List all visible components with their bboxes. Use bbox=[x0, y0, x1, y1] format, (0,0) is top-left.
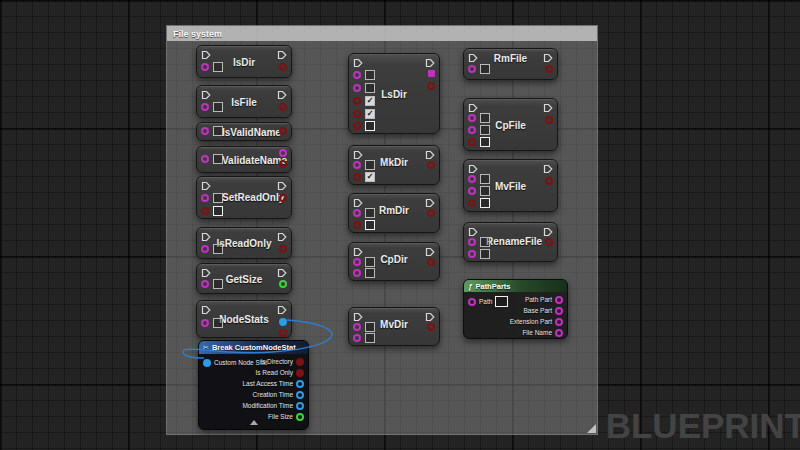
node-setreadonly[interactable]: SetReadOnly bbox=[196, 176, 292, 219]
red-pin-icon[interactable] bbox=[545, 238, 553, 246]
pink-pin-icon[interactable] bbox=[468, 238, 476, 246]
blue-pin-icon[interactable] bbox=[296, 402, 304, 410]
exec-pin-icon[interactable] bbox=[543, 53, 553, 63]
exec-pin-icon[interactable] bbox=[201, 50, 211, 60]
exec-pin-icon[interactable] bbox=[543, 164, 553, 174]
red-pin-icon[interactable] bbox=[279, 127, 287, 135]
node-isreadonly[interactable]: IsReadOnly bbox=[196, 227, 292, 259]
exec-pin-icon[interactable] bbox=[277, 268, 287, 278]
exec-pin-icon[interactable] bbox=[277, 181, 287, 191]
blueprint-canvas[interactable]: File system IsDirIsFileIsValidNameValida… bbox=[0, 0, 800, 450]
pink-pin-icon[interactable] bbox=[555, 329, 563, 337]
node-isfile[interactable]: IsFile bbox=[196, 85, 292, 118]
pin-default-checkbox[interactable] bbox=[213, 62, 223, 72]
pink-pin-icon[interactable] bbox=[353, 209, 361, 217]
pin-default-checkbox[interactable] bbox=[480, 198, 490, 208]
exec-pin-icon[interactable] bbox=[353, 58, 363, 68]
exec-pin-icon[interactable] bbox=[543, 103, 553, 113]
exec-pin-icon[interactable] bbox=[277, 50, 287, 60]
red-pin-icon[interactable] bbox=[545, 177, 553, 185]
red-pin-icon[interactable] bbox=[279, 103, 287, 111]
pin-default-checkbox[interactable] bbox=[480, 249, 490, 259]
pin-default-checkbox[interactable] bbox=[365, 83, 375, 93]
node-nodestats[interactable]: NodeStats bbox=[196, 300, 292, 338]
red-pin-icon[interactable] bbox=[468, 138, 476, 146]
exec-pin-icon[interactable] bbox=[425, 198, 435, 208]
pink-pin-icon[interactable] bbox=[201, 194, 209, 202]
node-break-customnodestat[interactable]: ✂Break CustomNodeStatCustom Node StatIs … bbox=[198, 340, 309, 430]
blue-pin-icon[interactable] bbox=[296, 391, 304, 399]
exec-pin-icon[interactable] bbox=[468, 103, 478, 113]
blue-pin-icon[interactable] bbox=[279, 318, 287, 326]
exec-pin-icon[interactable] bbox=[201, 232, 211, 242]
exec-pin-icon[interactable] bbox=[468, 227, 478, 237]
red-pin-icon[interactable] bbox=[279, 329, 287, 337]
pin-default-checkbox[interactable] bbox=[365, 322, 375, 332]
blue-pin-icon[interactable] bbox=[203, 359, 211, 367]
pin-default-checkbox[interactable] bbox=[213, 279, 223, 289]
pin-default-checkbox[interactable] bbox=[213, 206, 223, 216]
node-lsdir[interactable]: LsDir✓✓ bbox=[348, 53, 440, 134]
exec-pin-icon[interactable] bbox=[353, 150, 363, 160]
pin-default-checkbox[interactable] bbox=[365, 220, 375, 230]
pin-default-checkbox[interactable] bbox=[480, 237, 490, 247]
comment-resize-handle[interactable] bbox=[587, 424, 596, 433]
red-pin-icon[interactable] bbox=[353, 110, 361, 118]
red-pin-icon[interactable] bbox=[279, 194, 287, 202]
red-pin-icon[interactable] bbox=[545, 65, 553, 73]
node-cpfile[interactable]: CpFile bbox=[463, 98, 558, 151]
exec-pin-icon[interactable] bbox=[201, 90, 211, 100]
pinksq-pin-icon[interactable] bbox=[428, 70, 435, 77]
red-pin-icon[interactable] bbox=[353, 97, 361, 105]
blue-pin-icon[interactable] bbox=[296, 380, 304, 388]
pin-default-checkbox[interactable] bbox=[365, 70, 375, 80]
exec-pin-icon[interactable] bbox=[277, 90, 287, 100]
red-pin-icon[interactable] bbox=[201, 207, 209, 215]
node-header[interactable]: ✂Break CustomNodeStat bbox=[199, 341, 308, 354]
node-header[interactable]: ƒPathParts bbox=[464, 280, 567, 292]
pink-pin-icon[interactable] bbox=[468, 187, 476, 195]
pink-pin-icon[interactable] bbox=[353, 258, 361, 266]
pin-default-checkbox[interactable] bbox=[480, 137, 490, 147]
node-rmdir[interactable]: RmDir bbox=[348, 193, 440, 233]
pin-default-checkbox[interactable]: ✓ bbox=[365, 172, 375, 182]
red-pin-icon[interactable] bbox=[353, 173, 361, 181]
red-pin-icon[interactable] bbox=[468, 199, 476, 207]
pin-default-checkbox[interactable] bbox=[365, 333, 375, 343]
pink-pin-icon[interactable] bbox=[353, 323, 361, 331]
exec-pin-icon[interactable] bbox=[201, 268, 211, 278]
exec-pin-icon[interactable] bbox=[425, 58, 435, 68]
red-pin-icon[interactable] bbox=[427, 258, 435, 266]
pin-default-checkbox[interactable] bbox=[213, 102, 223, 112]
red-pin-icon[interactable] bbox=[545, 116, 553, 124]
node-mvdir[interactable]: MvDir bbox=[348, 307, 440, 346]
node-rmfile[interactable]: RmFile bbox=[463, 48, 558, 80]
node-pathparts[interactable]: ƒPathPartsPathPath PartBase PartExtensio… bbox=[463, 279, 568, 339]
red-pin-icon[interactable] bbox=[427, 209, 435, 217]
node-validatename[interactable]: ValidateName bbox=[196, 146, 292, 173]
pink-pin-icon[interactable] bbox=[201, 127, 209, 135]
pink-pin-icon[interactable] bbox=[201, 103, 209, 111]
green-pin-icon[interactable] bbox=[296, 413, 304, 421]
exec-pin-icon[interactable] bbox=[425, 247, 435, 257]
pink-pin-icon[interactable] bbox=[555, 296, 563, 304]
pin-default-checkbox[interactable] bbox=[213, 154, 223, 164]
pin-default-checkbox[interactable] bbox=[213, 244, 223, 254]
pin-default-checkbox[interactable] bbox=[213, 126, 223, 136]
exec-pin-icon[interactable] bbox=[353, 198, 363, 208]
exec-pin-icon[interactable] bbox=[277, 305, 287, 315]
pin-default-checkbox[interactable]: ✓ bbox=[365, 96, 375, 106]
node-renamefile[interactable]: RenameFile bbox=[463, 222, 558, 262]
red-pin-icon[interactable] bbox=[279, 245, 287, 253]
red-pin-icon[interactable] bbox=[427, 161, 435, 169]
pink-pin-icon[interactable] bbox=[468, 114, 476, 122]
pink-pin-icon[interactable] bbox=[555, 307, 563, 315]
pink-pin-icon[interactable] bbox=[201, 245, 209, 253]
pink-pin-icon[interactable] bbox=[353, 161, 361, 169]
comment-title-bar[interactable]: File system bbox=[167, 26, 597, 41]
pin-default-checkbox[interactable]: ✓ bbox=[365, 109, 375, 119]
pin-default-checkbox[interactable] bbox=[480, 174, 490, 184]
red-pin-icon[interactable] bbox=[427, 82, 435, 90]
exec-pin-icon[interactable] bbox=[201, 181, 211, 191]
pink-pin-icon[interactable] bbox=[468, 250, 476, 258]
